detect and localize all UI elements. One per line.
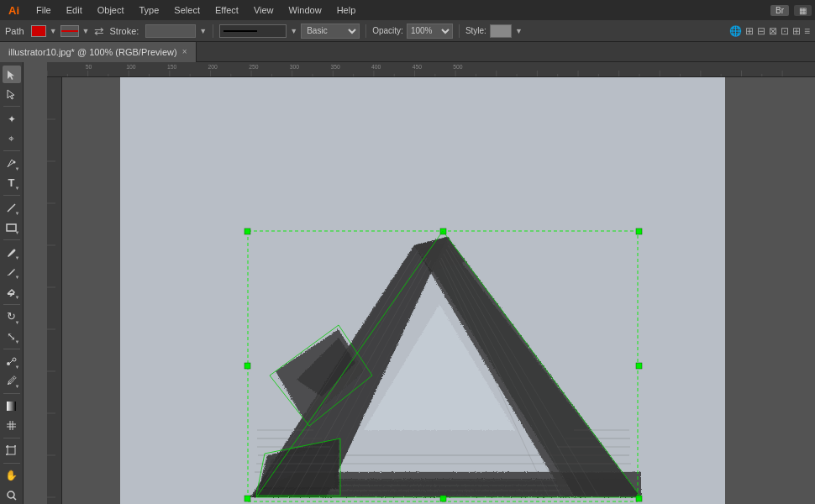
menu-object[interactable]: Object bbox=[91, 3, 131, 17]
menu-file[interactable]: File bbox=[29, 3, 58, 17]
svg-line-20 bbox=[13, 497, 16, 500]
stroke-label: Stroke: bbox=[109, 26, 139, 36]
svg-rect-66 bbox=[636, 496, 642, 501]
svg-rect-9 bbox=[7, 402, 16, 411]
separator-5 bbox=[3, 304, 20, 305]
svg-rect-61 bbox=[636, 228, 642, 234]
separator-9 bbox=[3, 463, 20, 464]
fill-arrow[interactable]: ▼ bbox=[50, 27, 57, 35]
svg-text:50: 50 bbox=[86, 64, 92, 70]
doc-title: illustrator10.jpg* @ 100% (RGB/Preview) bbox=[8, 47, 177, 57]
transform-icon[interactable]: ⊞ bbox=[745, 25, 754, 37]
style-label: Style: bbox=[465, 26, 486, 35]
separator-6 bbox=[3, 349, 20, 349]
artboard-button[interactable] bbox=[3, 442, 21, 459]
separator-7 bbox=[3, 393, 20, 394]
menu-effect[interactable]: Effect bbox=[208, 3, 245, 17]
stroke-arrow[interactable]: ▼ bbox=[82, 27, 90, 35]
menu-view[interactable]: View bbox=[247, 3, 281, 17]
gradient-button[interactable] bbox=[3, 397, 21, 415]
svg-text:250: 250 bbox=[249, 64, 259, 70]
scale-button[interactable]: ⤡ ▼ bbox=[3, 328, 21, 345]
main-layout: ✦ ⌖ ▼ T ▼ ▼ ▼ ▼ ▼ bbox=[0, 62, 815, 504]
stroke-line-preview bbox=[223, 30, 257, 32]
align-right-icon[interactable]: ⊡ bbox=[781, 25, 789, 37]
svg-point-7 bbox=[13, 358, 16, 361]
more-icon[interactable]: ≡ bbox=[804, 25, 810, 37]
canvas-area[interactable]: 50 100 150 200 250 300 350 400 450 500 bbox=[24, 62, 815, 504]
rect-button[interactable]: ▼ bbox=[3, 218, 21, 236]
vertical-ruler bbox=[47, 77, 62, 504]
hand-button[interactable]: ✋ bbox=[3, 467, 21, 485]
opacity-selector[interactable]: 100% bbox=[407, 24, 453, 39]
pencil-button[interactable]: ▼ bbox=[3, 263, 21, 281]
direct-selection-tool-button[interactable] bbox=[3, 85, 21, 102]
style-dropdown[interactable]: Basic bbox=[301, 24, 360, 39]
svg-text:150: 150 bbox=[167, 64, 177, 70]
lasso-button[interactable]: ⌖ bbox=[3, 129, 21, 147]
stroke-weight-arrow[interactable]: ▼ bbox=[199, 27, 207, 35]
eyedropper-button[interactable]: 🖉 ▼ bbox=[3, 372, 21, 390]
app-logo: Ai bbox=[3, 4, 24, 17]
close-tab-button[interactable]: × bbox=[182, 47, 187, 56]
style-swatch[interactable] bbox=[490, 24, 512, 38]
align-center-icon[interactable]: ⊠ bbox=[769, 25, 777, 37]
magic-wand-button[interactable]: ✦ bbox=[3, 110, 21, 128]
zoom-button[interactable] bbox=[3, 486, 21, 504]
svg-text:100: 100 bbox=[126, 64, 136, 70]
type-button[interactable]: T ▼ bbox=[3, 174, 21, 192]
paintbrush-button[interactable]: ▼ bbox=[3, 244, 21, 261]
separator-4 bbox=[3, 239, 20, 240]
svg-text:500: 500 bbox=[453, 64, 463, 70]
opacity-label: Opacity: bbox=[372, 26, 403, 35]
stroke-weight-input[interactable] bbox=[145, 24, 196, 38]
svg-rect-117 bbox=[47, 77, 62, 504]
pen-button[interactable]: ▼ bbox=[3, 155, 21, 172]
align-left-icon[interactable]: ⊟ bbox=[757, 25, 765, 37]
blend-button[interactable]: ▼ bbox=[3, 353, 21, 370]
stroke-style-selector[interactable] bbox=[219, 24, 287, 38]
svg-rect-59 bbox=[244, 228, 250, 234]
separator-2 bbox=[3, 150, 20, 151]
mesh-button[interactable] bbox=[3, 417, 21, 434]
style-arrow[interactable]: ▼ bbox=[515, 27, 523, 35]
menu-window[interactable]: Window bbox=[282, 3, 329, 17]
svg-text:450: 450 bbox=[413, 64, 423, 70]
stroke-options-icon[interactable]: ⇄ bbox=[94, 24, 104, 38]
toolbar: ✦ ⌖ ▼ T ▼ ▼ ▼ ▼ ▼ bbox=[0, 62, 24, 504]
svg-line-4 bbox=[8, 275, 8, 276]
menubar: Ai File Edit Object Type Select Effect V… bbox=[0, 0, 815, 20]
divider-3 bbox=[459, 24, 460, 38]
tabbar: illustrator10.jpg* @ 100% (RGB/Preview) … bbox=[0, 42, 815, 62]
bridge-button[interactable]: Br bbox=[770, 5, 789, 16]
menu-select[interactable]: Select bbox=[167, 3, 207, 17]
divider-1 bbox=[213, 24, 213, 38]
document-tab[interactable]: illustrator10.jpg* @ 100% (RGB/Preview) … bbox=[0, 42, 197, 62]
rotate-button[interactable]: ↻ ▼ bbox=[3, 307, 21, 325]
svg-rect-63 bbox=[636, 363, 642, 369]
svg-rect-5 bbox=[8, 293, 14, 295]
selection-tool-button[interactable] bbox=[3, 66, 21, 83]
workspace-button[interactable]: ▦ bbox=[794, 5, 812, 16]
fill-color-swatch[interactable] bbox=[31, 25, 46, 37]
path-label: Path bbox=[5, 26, 24, 36]
line-button[interactable]: ▼ bbox=[3, 199, 21, 217]
artwork-svg bbox=[120, 77, 725, 504]
column-icon[interactable]: ⊞ bbox=[792, 25, 801, 37]
eraser-button[interactable]: ▼ bbox=[3, 282, 21, 300]
menu-type[interactable]: Type bbox=[133, 3, 166, 17]
menu-help[interactable]: Help bbox=[330, 3, 363, 17]
svg-rect-65 bbox=[440, 496, 446, 501]
svg-point-19 bbox=[8, 491, 14, 498]
svg-text:400: 400 bbox=[371, 64, 381, 70]
svg-rect-64 bbox=[244, 496, 250, 501]
stroke-style-arrow[interactable]: ▼ bbox=[290, 27, 297, 35]
menu-edit[interactable]: Edit bbox=[60, 3, 89, 17]
divider-2 bbox=[365, 24, 366, 38]
earth-icon[interactable]: 🌐 bbox=[729, 25, 742, 37]
right-icons: 🌐 ⊞ ⊟ ⊠ ⊡ ⊞ ≡ bbox=[729, 25, 810, 37]
svg-text:200: 200 bbox=[208, 64, 218, 70]
svg-line-8 bbox=[10, 360, 13, 363]
separator-1 bbox=[3, 106, 20, 107]
optionsbar: Path ▼ ▼ ⇄ Stroke: ▼ ▼ Basic Opacity: 10… bbox=[0, 20, 815, 42]
